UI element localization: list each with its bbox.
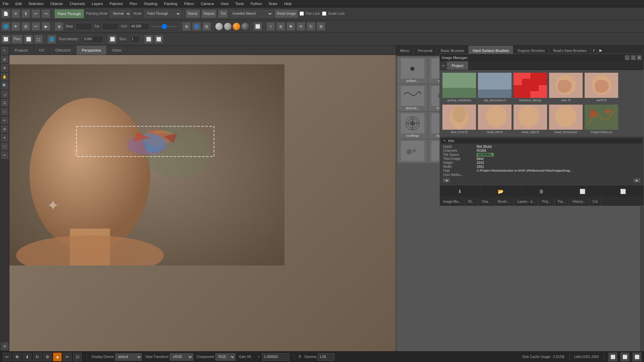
menu-layers[interactable]: Layers [91, 1, 104, 6]
status-icon1[interactable]: ⬜ [608, 353, 617, 361]
menu-view[interactable]: View [219, 1, 230, 6]
menu-edit[interactable]: Edit [14, 1, 23, 6]
ii-hscroll[interactable]: ◀ ▶ [443, 178, 640, 182]
checkbox-icon[interactable]: ☑ [73, 353, 82, 361]
img-earR[interactable]: earR.tif [585, 73, 618, 102]
im-ptab-imagemanager[interactable]: Image Ma... [440, 197, 465, 206]
brush-ironfilings[interactable]: ironfilings [397, 112, 428, 139]
far-input[interactable] [102, 23, 119, 30]
fov-slider[interactable] [151, 26, 178, 27]
edit2-icon[interactable]: ✏ [63, 353, 72, 361]
im-action-save[interactable]: ⬇ [440, 185, 481, 197]
fov-input[interactable] [129, 23, 150, 30]
stamp-button[interactable]: Stamp [185, 9, 200, 18]
move-icon[interactable]: ✥ [13, 353, 21, 361]
globe-icon[interactable]: 🌐 [47, 35, 56, 44]
world-view-icon[interactable]: 🌐 [1, 22, 10, 31]
sphere-dark[interactable] [241, 23, 249, 30]
paint-through-button[interactable]: Paint Through [55, 9, 84, 18]
im-ptab-sh[interactable]: Sh... [465, 197, 479, 206]
menu-nuke[interactable]: Nuke [267, 1, 279, 6]
img-earL[interactable]: earL.tif [549, 73, 583, 102]
scale-lock-checkbox[interactable] [322, 11, 326, 16]
tool2-icon[interactable]: 🌀 [192, 22, 201, 31]
menu-shading[interactable]: Shading [143, 1, 159, 6]
display-device-select[interactable]: default [115, 353, 142, 361]
viewport[interactable]: Projects UV Ortho/UV Perspective Ortho [9, 46, 396, 351]
circle-plus-icon[interactable]: ⊕ [1, 125, 8, 133]
sphere-gray[interactable] [215, 23, 223, 30]
cross2-icon[interactable]: ✚ [286, 22, 295, 31]
menu-help[interactable]: Help [283, 1, 293, 6]
reset-image-button[interactable]: Reset Image [274, 9, 298, 18]
ptex-button[interactable]: Ptex [11, 35, 23, 44]
sphere-gray2[interactable] [224, 23, 231, 30]
tool5-icon[interactable]: ↻ [307, 22, 315, 31]
component-select[interactable]: RGB [215, 353, 235, 361]
img-dragon-tattoo[interactable]: DragonTattoo.pr [585, 105, 618, 134]
size-input[interactable] [130, 36, 140, 43]
select-tool-icon[interactable]: ↖ [1, 47, 8, 54]
im-ptab-history[interactable]: History... [569, 197, 589, 206]
rotate-icon[interactable]: ↻ [33, 353, 42, 361]
menu-ptex[interactable]: Ptex [128, 1, 139, 6]
export-icon[interactable]: ↪ [42, 9, 50, 18]
gain-plus[interactable]: + [257, 355, 261, 359]
ii-collapse-icon[interactable]: ▼ [443, 139, 446, 142]
tint-button[interactable]: Tint [218, 9, 228, 18]
grid-icon[interactable]: ⊞ [21, 22, 30, 31]
img-face-front[interactable]: face_front.tif [442, 105, 476, 134]
img-head-right[interactable]: head_right.tif [514, 105, 547, 134]
camera-icon[interactable]: 👁 [11, 22, 20, 31]
brush-r25[interactable] [397, 139, 428, 163]
near-input[interactable] [75, 23, 92, 30]
cross3-icon[interactable]: ✛ [297, 22, 305, 31]
brush-tab-personal[interactable]: Personal [414, 46, 437, 55]
settings-icon[interactable]: ⚙ [1, 343, 8, 350]
tab-ortho[interactable]: Ortho [107, 46, 127, 55]
gamma-input[interactable] [318, 353, 334, 361]
bars-icon[interactable]: ☰ [1, 99, 8, 107]
ii-hscroll-left[interactable]: ◀ [443, 178, 450, 182]
viewport-content[interactable] [9, 55, 396, 351]
im-ptab-cha[interactable]: Cha... [478, 197, 494, 206]
im-tab-project[interactable]: Project [447, 61, 468, 70]
hex2-icon[interactable]: ⬡ [1, 143, 8, 150]
paste-icon[interactable]: ⬜ [154, 35, 163, 44]
tool1-icon[interactable]: ⊕ [182, 22, 191, 31]
paint-tool-icon[interactable]: ✋ [1, 73, 8, 80]
inverted-stencil-select[interactable]: Inverted Stencil [229, 10, 273, 17]
cross1-icon[interactable]: ⊕ [276, 22, 285, 31]
ptex-view-icon[interactable]: ◻ [34, 35, 43, 44]
img-head-threequart[interactable]: head_threeQuart [549, 105, 583, 134]
im-ptab-brush[interactable]: Brush ... [494, 197, 514, 206]
menu-painting[interactable]: Painting [163, 1, 179, 6]
open-file-icon[interactable]: ✕ [11, 9, 20, 18]
tab-ortho-uv[interactable]: Ortho/UV [50, 46, 76, 55]
img-bandana[interactable]: bandana_tiled.jp [514, 73, 547, 102]
im-action-copy[interactable]: ⬜ [562, 185, 603, 197]
perspective-icon[interactable]: ◈ [55, 22, 63, 31]
texel-density-input[interactable] [82, 36, 104, 43]
plus-icon[interactable]: + [266, 22, 275, 31]
menu-python[interactable]: Python [249, 1, 263, 6]
angle-tool-icon[interactable]: ◿ [1, 90, 8, 98]
brush-tab-menu[interactable]: Menu [396, 46, 414, 55]
tab-perspective[interactable]: Perspective [76, 46, 107, 55]
repeat-button[interactable]: Repeat [201, 9, 217, 18]
menu-objects[interactable]: Objects [49, 1, 64, 6]
img-city[interactable]: city_panorama.h [478, 73, 512, 102]
im-add-tab[interactable]: + [440, 61, 447, 70]
pan-lock-checkbox[interactable] [300, 11, 304, 16]
im-action-delete[interactable]: 🗑 [521, 185, 562, 197]
im-close-button[interactable]: ✕ [637, 55, 642, 60]
star-icon[interactable]: ✦ [1, 134, 8, 141]
tool3-icon[interactable]: ⊞ [202, 22, 211, 31]
down-arrow-icon[interactable]: ⬇ [23, 353, 32, 361]
move-tool-icon[interactable]: ✥ [1, 64, 8, 72]
ii-hscroll-track[interactable] [450, 178, 634, 182]
img-head-left[interactable]: head_left.tif [478, 105, 512, 134]
pencil2-icon[interactable]: ✏ [1, 152, 8, 159]
menu-file[interactable]: File [1, 1, 10, 6]
im-maximize-button[interactable]: □ [631, 55, 636, 60]
